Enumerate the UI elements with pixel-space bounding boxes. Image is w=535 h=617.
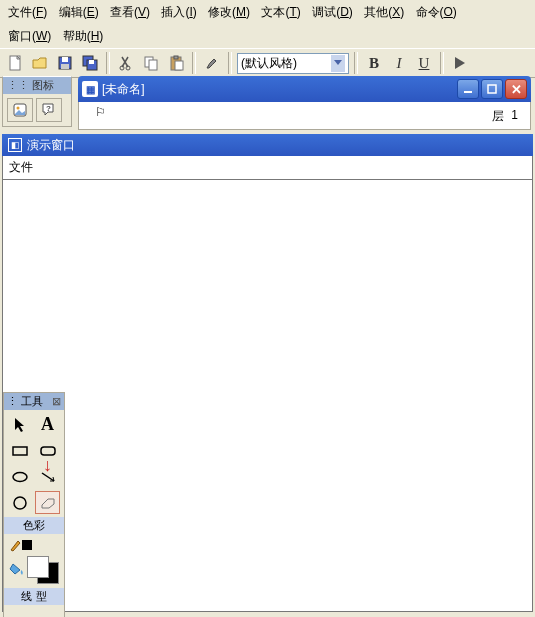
style-combo-text: (默认风格) — [241, 55, 297, 72]
child-title-text: [未命名] — [102, 81, 145, 98]
color-swatches[interactable] — [27, 556, 59, 584]
menu-debug[interactable]: 调试(D) — [308, 2, 357, 22]
svg-point-15 — [17, 107, 20, 110]
bucket-icon[interactable] — [9, 562, 25, 579]
main-toolbar: (默认风格) B I U — [0, 48, 535, 78]
foreground-swatch[interactable] — [27, 556, 49, 578]
svg-rect-3 — [61, 64, 69, 69]
save-icon[interactable] — [54, 52, 76, 74]
svg-rect-13 — [175, 61, 183, 70]
svg-text:?: ? — [46, 104, 51, 113]
menu-other[interactable]: 其他(X) — [360, 2, 408, 22]
copy-icon[interactable] — [140, 52, 162, 74]
layer-number: 1 — [511, 108, 518, 122]
tool-line-arrow[interactable]: ↓ — [35, 465, 60, 488]
close-button[interactable]: ✕ — [505, 79, 527, 99]
tool-eraser[interactable] — [35, 491, 60, 514]
svg-rect-19 — [13, 447, 27, 455]
menu-modify[interactable]: 修改(M) — [204, 2, 254, 22]
tool-pointer[interactable] — [7, 413, 32, 436]
italic-button[interactable]: I — [388, 55, 410, 72]
icons-panel-title[interactable]: ⋮⋮ 图标 — [3, 77, 71, 94]
flag-icon: ⚐ — [95, 105, 106, 119]
menu-command[interactable]: 命令(O) — [412, 2, 461, 22]
maximize-button[interactable] — [481, 79, 503, 99]
brush-icon[interactable] — [201, 52, 223, 74]
svg-rect-10 — [149, 60, 157, 70]
demo-menubar: 文件 — [2, 156, 533, 180]
demo-titlebar[interactable]: ◧ 演示窗口 — [2, 134, 533, 156]
tools-palette-title[interactable]: ⋮ 工具 ⊠ — [4, 393, 64, 410]
tool-rounded-rect[interactable] — [35, 439, 60, 462]
menu-window[interactable]: 窗口(W) — [4, 26, 55, 46]
icons-panel: ⋮⋮ 图标 ? — [2, 76, 72, 127]
color-section-title: 色彩 — [4, 517, 64, 534]
svg-rect-20 — [41, 447, 55, 455]
grip-icon: ⋮ — [7, 395, 18, 407]
svg-rect-18 — [488, 85, 496, 93]
menu-file[interactable]: 文件(F) — [4, 2, 51, 22]
save-all-icon[interactable] — [79, 52, 101, 74]
toolbar-separator — [354, 52, 358, 74]
demo-title-text: 演示窗口 — [27, 137, 75, 154]
menu-insert[interactable]: 插入(I) — [157, 2, 200, 22]
new-file-icon[interactable] — [4, 52, 26, 74]
tool-rectangle[interactable] — [7, 439, 32, 462]
icon-tool-1[interactable] — [7, 98, 33, 122]
style-combo[interactable]: (默认风格) — [237, 53, 349, 74]
menubar-row2: 窗口(W) 帮助(H) — [0, 24, 535, 48]
open-file-icon[interactable] — [29, 52, 51, 74]
palette-close-icon[interactable]: ⊠ — [52, 395, 61, 408]
minimize-button[interactable] — [457, 79, 479, 99]
toolbar-separator — [440, 52, 444, 74]
cut-icon[interactable] — [115, 52, 137, 74]
menu-edit[interactable]: 编辑(E) — [55, 2, 103, 22]
svg-rect-6 — [89, 60, 94, 64]
paste-icon[interactable] — [165, 52, 187, 74]
svg-rect-12 — [174, 56, 178, 59]
grip-icon: ⋮⋮ — [7, 79, 29, 92]
svg-rect-2 — [62, 57, 68, 62]
document-icon: ▦ — [82, 81, 98, 97]
svg-point-21 — [13, 472, 27, 481]
menu-text[interactable]: 文本(T) — [257, 2, 304, 22]
menubar-row1: 文件(F) 编辑(E) 查看(V) 插入(I) 修改(M) 文本(T) 调试(D… — [0, 0, 535, 24]
tool-circle[interactable] — [7, 491, 32, 514]
toolbar-separator — [106, 52, 110, 74]
menu-view[interactable]: 查看(V) — [106, 2, 154, 22]
child-window: ▦ [未命名] ✕ ⚐ 层 1 — [78, 76, 531, 130]
underline-button[interactable]: U — [413, 55, 435, 72]
icon-tool-help[interactable]: ? — [36, 98, 62, 122]
child-titlebar[interactable]: ▦ [未命名] ✕ — [78, 76, 531, 102]
svg-point-22 — [14, 497, 26, 509]
svg-rect-17 — [464, 91, 472, 93]
line-section-title: 线 型 — [4, 588, 64, 605]
chevron-down-icon — [331, 55, 345, 72]
child-body: ⚐ 层 1 — [78, 102, 531, 130]
layer-label: 层 — [492, 108, 504, 125]
pencil-color-icon[interactable]: A — [9, 538, 32, 552]
toolbar-separator — [228, 52, 232, 74]
play-icon[interactable] — [449, 52, 471, 74]
tool-ellipse[interactable] — [7, 465, 32, 488]
demo-canvas[interactable] — [2, 180, 533, 612]
menu-help[interactable]: 帮助(H) — [59, 26, 108, 46]
demo-window: ◧ 演示窗口 文件 — [2, 134, 533, 612]
toolbar-separator — [192, 52, 196, 74]
bold-button[interactable]: B — [363, 55, 385, 72]
tools-palette: ⋮ 工具 ⊠ A ↓ 色彩 A — [3, 392, 65, 617]
demo-menu-file[interactable]: 文件 — [9, 159, 33, 176]
line-type-body[interactable] — [7, 607, 61, 617]
demo-icon: ◧ — [8, 138, 22, 152]
tool-text[interactable]: A — [35, 413, 60, 436]
